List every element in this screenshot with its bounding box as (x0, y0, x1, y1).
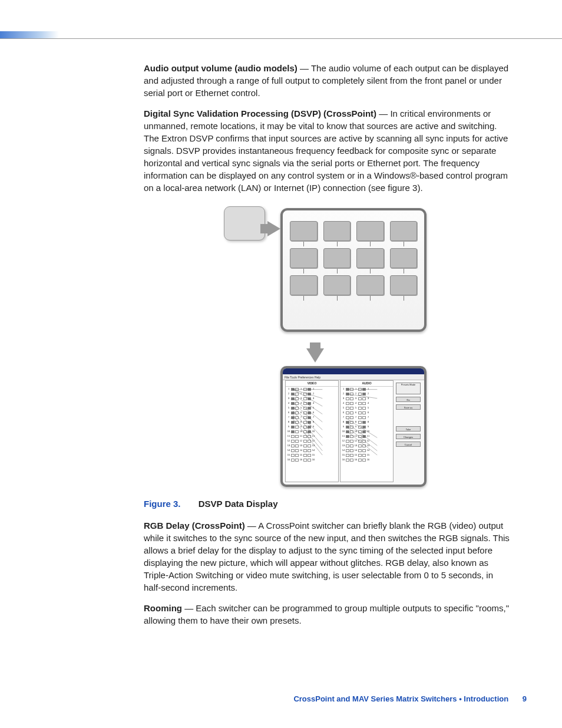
monitor-rack-diagram (280, 208, 427, 332)
matrix-row: 111111 (340, 434, 393, 439)
save-as-button: Save as (396, 404, 421, 410)
matrix-row: 101010 (340, 429, 393, 434)
matrix-row: 161616 (286, 457, 338, 462)
para-rgb-delay: RGB Delay (CrossPoint) — A CrossPoint sw… (144, 519, 511, 594)
matrix-row: 111 (286, 387, 338, 391)
matrix-row: 333 (286, 396, 338, 401)
take-button: Take (396, 426, 421, 431)
para-dsvp-body: — In critical environments or unmanned, … (144, 108, 508, 193)
para-audio-output: Audio output volume (audio models) — The… (144, 62, 511, 99)
arrow-right-icon (267, 221, 280, 236)
rack-unit (290, 248, 318, 268)
video-column: VIDEO 1112223334445556667778889991010101… (285, 380, 339, 482)
window-titlebar (283, 368, 424, 374)
matrix-row: 111111 (286, 434, 338, 439)
cancel-button: Cancel (396, 442, 421, 447)
matrix-row: 151515 (340, 453, 393, 457)
server-icon (224, 206, 265, 241)
arrow-down-wrap (304, 338, 328, 366)
page-content: Audio output volume (audio models) — The… (144, 62, 511, 635)
matrix-row: 131313 (286, 443, 338, 448)
arrow-down-icon (306, 348, 324, 363)
matrix-row: 151515 (286, 453, 338, 457)
para-dsvp: Digital Sync Validation Processing (DSVP… (144, 107, 511, 194)
matrix-row: 141414 (340, 448, 393, 453)
presets-mode-box: Presets Mode (396, 383, 421, 394)
header-rule (0, 38, 562, 39)
go-button: Go (396, 397, 421, 402)
changes-button: Changes (396, 434, 421, 439)
matrix-row: 777 (340, 415, 393, 420)
rack-unit (390, 248, 418, 268)
matrix-row: 111 (340, 387, 393, 391)
para-rooming: Rooming — Each switcher can be programme… (144, 602, 511, 627)
page-footer: CrossPoint and MAV Series Matrix Switche… (0, 694, 527, 704)
video-column-header: VIDEO (286, 381, 338, 387)
rack-unit (290, 275, 318, 295)
window-body: VIDEO 1112223334445556667778889991010101… (285, 380, 422, 482)
matrix-row: 444 (340, 401, 393, 406)
rack-unit (356, 221, 384, 241)
rack-grid (290, 221, 417, 295)
footer-text: CrossPoint and MAV Series Matrix Switche… (293, 694, 508, 703)
audio-column-header: AUDIO (340, 381, 393, 387)
rack-unit (323, 248, 351, 268)
matrix-row: 222 (286, 391, 338, 396)
matrix-row: 161616 (340, 457, 393, 462)
rack-unit (323, 275, 351, 295)
side-spacer (396, 412, 421, 424)
matrix-row: 999 (286, 424, 338, 429)
rack-unit (290, 221, 318, 241)
window-menubar: File Tools Preferences Help (283, 374, 424, 380)
audio-column: AUDIO 1112223334445556667778889991010101… (340, 380, 394, 482)
matrix-row: 333 (340, 396, 393, 401)
matrix-row: 131313 (340, 443, 393, 448)
figure-3: File Tools Preferences Help VIDEO 111222… (210, 208, 445, 487)
rack-unit (356, 248, 384, 268)
figure-title: DSVP Data Display (199, 499, 278, 509)
para-rgb-delay-strong: RGB Delay (CrossPoint) (144, 521, 245, 531)
rack-unit (390, 221, 418, 241)
matrix-row: 222 (340, 391, 393, 396)
figure-caption: Figure 3. DSVP Data Display (144, 498, 511, 510)
para-audio-output-strong: Audio output volume (audio models) (144, 63, 297, 73)
matrix-row: 555 (286, 406, 338, 410)
para-rgb-delay-body: — A CrossPoint switcher can briefly blan… (144, 521, 510, 592)
rack-unit (356, 275, 384, 295)
header-gradient (0, 31, 59, 38)
para-rooming-body: — Each switcher can be programmed to gro… (144, 603, 509, 625)
matrix-row: 666 (286, 410, 338, 415)
matrix-row: 121212 (340, 439, 393, 443)
rack-unit (323, 221, 351, 241)
matrix-row: 666 (340, 410, 393, 415)
matrix-row: 888 (340, 420, 393, 424)
matrix-row: 141414 (286, 448, 338, 453)
para-rooming-strong: Rooming (144, 603, 182, 613)
matrix-row: 444 (286, 401, 338, 406)
matrix-row: 555 (340, 406, 393, 410)
matrix-row: 101010 (286, 429, 338, 434)
matrix-row: 777 (286, 415, 338, 420)
page-number: 9 (523, 694, 527, 703)
matrix-row: 888 (286, 420, 338, 424)
side-panel: Presets Mode Go Save as Take Changes Can… (395, 380, 422, 482)
rack-unit (390, 275, 418, 295)
control-software-window: File Tools Preferences Help VIDEO 111222… (280, 366, 427, 487)
matrix-row: 121212 (286, 439, 338, 443)
para-dsvp-strong: Digital Sync Validation Processing (DSVP… (144, 108, 376, 118)
figure-number: Figure 3. (144, 499, 181, 509)
matrix-row: 999 (340, 424, 393, 429)
